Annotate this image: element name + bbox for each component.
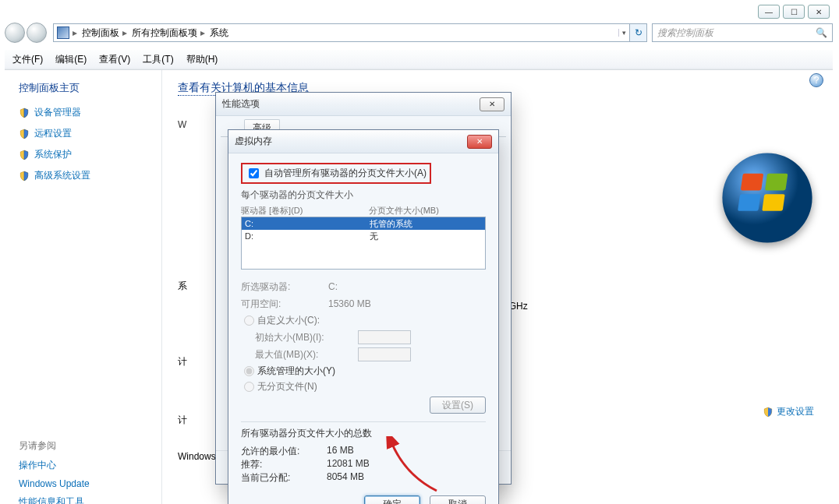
custom-size-radio-input[interactable] bbox=[244, 315, 254, 326]
recommended-label: 推荐: bbox=[241, 458, 327, 471]
breadcrumb-seg[interactable]: 控制面板 bbox=[82, 26, 119, 40]
close-button[interactable]: ✕ bbox=[808, 5, 830, 19]
sidebar-item-action-center[interactable]: 操作中心 bbox=[19, 459, 152, 472]
menu-help[interactable]: 帮助(H) bbox=[186, 53, 218, 66]
custom-size-radio[interactable]: 自定义大小(C): bbox=[244, 314, 486, 327]
drive-list[interactable]: C: 托管的系统 D: 无 bbox=[241, 217, 486, 270]
sidebar-item-system-protection[interactable]: 系统保护 bbox=[19, 148, 152, 161]
change-settings-link[interactable]: 更改设置 bbox=[763, 405, 814, 418]
shield-icon bbox=[19, 171, 30, 182]
column-header-drive: 驱动器 [卷标](D) bbox=[241, 205, 369, 217]
svg-rect-2 bbox=[765, 174, 788, 191]
menu-bar: 文件(F) 编辑(E) 查看(V) 工具(T) 帮助(H) bbox=[5, 50, 833, 70]
dialog-close-button[interactable]: ✕ bbox=[480, 97, 504, 111]
system-managed-radio-input[interactable] bbox=[244, 366, 254, 376]
chevron-right-icon: ▸ bbox=[200, 27, 207, 38]
no-paging-radio-input[interactable] bbox=[244, 382, 254, 392]
min-allowed-label: 允许的最小值: bbox=[241, 445, 327, 458]
sidebar-title: 控制面板主页 bbox=[19, 81, 152, 95]
dialog-title: 性能选项 bbox=[222, 97, 260, 111]
minimize-button[interactable]: — bbox=[758, 5, 780, 19]
no-paging-label: 无分页文件(N) bbox=[257, 380, 317, 393]
drive-label: C: bbox=[245, 219, 370, 228]
available-space-label: 可用空间: bbox=[241, 298, 319, 311]
sidebar: 控制面板主页 设备管理器 远程设置 系统保护 高级系统设置 另请参阅 操作中心 … bbox=[5, 70, 162, 504]
recommended-value: 12081 MB bbox=[327, 458, 370, 471]
menu-edit[interactable]: 编辑(E) bbox=[55, 53, 87, 66]
drive-row-c[interactable]: C: 托管的系统 bbox=[242, 217, 485, 230]
shield-icon bbox=[763, 407, 774, 418]
sidebar-item-device-manager[interactable]: 设备管理器 bbox=[19, 106, 152, 119]
drive-value: 托管的系统 bbox=[370, 218, 412, 230]
refresh-button[interactable]: ↻ bbox=[630, 23, 647, 42]
ok-button[interactable]: 确定 bbox=[364, 495, 420, 504]
sidebar-item-windows-update[interactable]: Windows Update bbox=[19, 478, 152, 489]
column-header-size: 分页文件大小(MB) bbox=[369, 205, 439, 217]
selected-drive-value: C: bbox=[328, 281, 338, 292]
auto-manage-label: 自动管理所有驱动器的分页文件大小(A) bbox=[264, 167, 427, 180]
control-panel-icon bbox=[57, 26, 69, 39]
chevron-right-icon: ▸ bbox=[122, 27, 129, 38]
breadcrumb-seg[interactable]: 系统 bbox=[210, 26, 228, 40]
breadcrumb[interactable]: ▸ 控制面板 ▸ 所有控制面板项 ▸ 系统 ▾ bbox=[53, 23, 630, 42]
search-icon: 🔍 bbox=[816, 27, 827, 38]
max-size-input[interactable] bbox=[358, 347, 411, 361]
menu-file[interactable]: 文件(F) bbox=[12, 53, 43, 66]
shield-icon bbox=[19, 129, 30, 139]
forward-button[interactable] bbox=[27, 23, 47, 43]
dialog-titlebar[interactable]: 虚拟内存 ✕ bbox=[228, 130, 498, 153]
virtual-memory-dialog: 虚拟内存 ✕ 自动管理所有驱动器的分页文件大小(A) 每个驱动器的分页文件大小 … bbox=[228, 129, 499, 504]
back-button[interactable] bbox=[5, 23, 25, 43]
sidebar-item-label: 高级系统设置 bbox=[34, 169, 90, 182]
dialog-title: 虚拟内存 bbox=[235, 135, 272, 148]
min-allowed-value: 16 MB bbox=[327, 445, 354, 458]
max-size-label: 最大值(MB)(X): bbox=[255, 348, 349, 361]
selected-drive-label: 所选驱动器: bbox=[241, 280, 319, 294]
sidebar-item-label: 设备管理器 bbox=[34, 106, 81, 119]
dialog-close-button[interactable]: ✕ bbox=[467, 135, 492, 149]
search-placeholder: 搜索控制面板 bbox=[657, 26, 713, 40]
menu-view[interactable]: 查看(V) bbox=[99, 53, 130, 66]
set-button[interactable]: 设置(S) bbox=[430, 397, 486, 414]
nav-back-forward[interactable] bbox=[5, 22, 53, 44]
system-managed-label: 系统管理的大小(Y) bbox=[257, 365, 335, 378]
help-icon[interactable]: ? bbox=[809, 73, 823, 87]
auto-manage-highlight: 自动管理所有驱动器的分页文件大小(A) bbox=[241, 163, 431, 184]
per-drive-group-label: 每个驱动器的分页文件大小 bbox=[241, 189, 486, 202]
drive-row-d[interactable]: D: 无 bbox=[242, 230, 485, 242]
current-allocated-value: 8054 MB bbox=[327, 471, 364, 485]
breadcrumb-seg[interactable]: 所有控制面板项 bbox=[132, 26, 197, 40]
shield-icon bbox=[19, 107, 30, 118]
totals-title: 所有驱动器分页文件大小的总数 bbox=[241, 427, 486, 440]
drive-value: 无 bbox=[370, 231, 378, 242]
no-paging-radio[interactable]: 无分页文件(N) bbox=[244, 380, 486, 393]
available-space-value: 15360 MB bbox=[328, 298, 371, 309]
see-also-label: 另请参阅 bbox=[19, 439, 152, 453]
search-input[interactable]: 搜索控制面板 🔍 bbox=[652, 23, 833, 42]
chevron-right-icon: ▸ bbox=[73, 27, 79, 38]
initial-size-label: 初始大小(MB)(I): bbox=[255, 331, 349, 344]
chevron-down-icon[interactable]: ▾ bbox=[618, 29, 626, 37]
sidebar-item-label: 远程设置 bbox=[34, 127, 72, 140]
current-allocated-label: 当前已分配: bbox=[241, 471, 327, 485]
svg-rect-4 bbox=[762, 194, 784, 211]
drive-label: D: bbox=[245, 231, 370, 241]
shield-icon bbox=[19, 150, 30, 160]
menu-tools[interactable]: 工具(T) bbox=[143, 53, 173, 66]
initial-size-input[interactable] bbox=[358, 330, 411, 344]
sidebar-item-label: 系统保护 bbox=[34, 148, 72, 161]
windows-logo-icon bbox=[720, 151, 814, 245]
svg-rect-3 bbox=[738, 194, 760, 211]
sidebar-item-advanced-settings[interactable]: 高级系统设置 bbox=[19, 169, 152, 182]
dialog-titlebar[interactable]: 性能选项 ✕ bbox=[216, 93, 511, 116]
system-managed-radio[interactable]: 系统管理的大小(Y) bbox=[244, 365, 486, 378]
sidebar-item-perf-info[interactable]: 性能信息和工具 bbox=[19, 495, 152, 504]
maximize-button[interactable]: ☐ bbox=[783, 5, 805, 19]
custom-size-label: 自定义大小(C): bbox=[257, 314, 320, 327]
sidebar-item-remote-settings[interactable]: 远程设置 bbox=[19, 127, 152, 140]
cancel-button[interactable]: 取消 bbox=[430, 495, 486, 504]
svg-rect-1 bbox=[741, 174, 763, 191]
auto-manage-checkbox[interactable] bbox=[249, 168, 259, 178]
change-settings-label: 更改设置 bbox=[777, 405, 814, 418]
